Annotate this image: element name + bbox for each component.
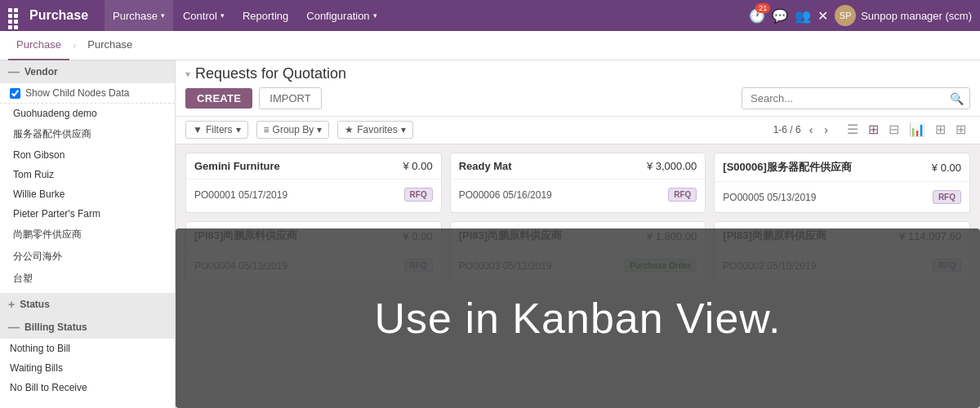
chevron-down-icon: ▾ xyxy=(236,124,241,135)
kanban-card-title: Ready Mat xyxy=(459,160,512,172)
sidebar-status-header[interactable]: + Status xyxy=(0,293,175,316)
billing-status-item[interactable]: Waiting Bills xyxy=(0,358,175,378)
breadcrumb: ▾ Requests for Quotation xyxy=(176,60,980,82)
page-prev-button[interactable]: ‹ xyxy=(806,122,817,138)
list-view-button[interactable]: ☰ xyxy=(843,120,862,139)
kanban-card-body: PO00006 05/16/2019 RFQ xyxy=(451,180,706,210)
nav-configuration[interactable]: Configuration ▾ xyxy=(298,0,385,31)
sidebar-vendor-item[interactable]: 分公司海外 xyxy=(0,246,175,268)
show-child-checkbox[interactable] xyxy=(10,88,20,99)
grid-view-button[interactable]: ⊟ xyxy=(884,120,903,139)
search-input[interactable] xyxy=(742,87,970,109)
page-next-button[interactable]: › xyxy=(821,122,831,138)
kanban-card-title: Gemini Furniture xyxy=(194,160,280,172)
billing-list: Nothing to BillWaiting BillsNo Bill to R… xyxy=(0,339,175,397)
sidebar-vendor-header[interactable]: — Vendor xyxy=(0,60,175,83)
kanban-card-title: [S00006]服务器配件供应商 xyxy=(723,160,851,175)
chat-icon[interactable]: 💬 xyxy=(772,8,788,24)
sidebar-billing-header[interactable]: — Billing Status xyxy=(0,316,175,339)
kanban-view-button[interactable]: ⊞ xyxy=(864,120,883,139)
vendor-section-label: Vendor xyxy=(24,66,58,78)
sidebar-vendor-item[interactable]: Willie Burke xyxy=(0,184,175,204)
pagination-info: 1-6 / 6 ‹ › ☰ ⊞ ⊟ 📊 ⊞ ⊞ xyxy=(773,120,970,139)
kanban-card-row: PO00006 05/16/2019 RFQ xyxy=(459,186,697,203)
secondary-nav: Purchase › Purchase xyxy=(0,31,980,60)
groupby-button[interactable]: ≡ Group By ▾ xyxy=(256,121,330,139)
minus-icon: — xyxy=(8,321,20,334)
chevron-down-icon: ▾ xyxy=(373,11,377,20)
sidebar-vendor-item[interactable]: 尚鹏零件供应商 xyxy=(0,224,175,246)
page-title: Requests for Quotation xyxy=(195,65,346,82)
filter-icon: ▼ xyxy=(193,124,203,135)
plus-icon: + xyxy=(8,298,15,311)
create-button[interactable]: CREATE xyxy=(185,88,252,109)
kanban-card-ref: PO00001 05/17/2019 xyxy=(194,189,287,201)
kanban-status-badge: RFQ xyxy=(933,190,961,204)
kanban-area: Gemini Furniture ¥ 0.00 PO00001 05/17/20… xyxy=(176,144,980,408)
import-button[interactable]: IMPORT xyxy=(259,87,321,109)
star-icon: ★ xyxy=(345,124,354,135)
nav-right: 🕐 21 💬 👥 ✕ SP Sunpop manager (scm) xyxy=(749,5,972,26)
user-label: Sunpop manager (scm) xyxy=(861,10,972,22)
kanban-card-ref: PO00006 05/16/2019 xyxy=(459,189,552,201)
search-icon: 🔍 xyxy=(950,92,964,105)
filter-bar: ▼ Filters ▾ ≡ Group By ▾ ★ Favorites ▾ 1… xyxy=(176,117,980,144)
close-icon[interactable]: ✕ xyxy=(817,8,828,24)
kanban-card-header: Gemini Furniture ¥ 0.00 xyxy=(186,153,441,180)
filters-button[interactable]: ▼ Filters ▾ xyxy=(185,121,248,139)
nav-sep: › xyxy=(73,39,76,51)
kanban-card-amount: ¥ 3,000.00 xyxy=(647,160,697,172)
nav-control[interactable]: Control ▾ xyxy=(175,0,233,31)
nav-purchase[interactable]: Purchase ▾ xyxy=(105,0,173,31)
kanban-status-badge: RFQ xyxy=(668,188,697,202)
chevron-down-icon: ▾ xyxy=(317,124,322,135)
sidebar-vendor-item[interactable]: Guohuadeng demo xyxy=(0,104,175,123)
pagination-text: 1-6 / 6 xyxy=(773,124,801,135)
kanban-card-ref: PO00005 05/13/2019 xyxy=(723,192,816,203)
kanban-card-header: Ready Mat ¥ 3,000.00 xyxy=(451,153,706,180)
billing-status-item[interactable]: Nothing to Bill xyxy=(0,339,175,358)
nav-reporting[interactable]: Reporting xyxy=(234,0,296,31)
avatar: SP xyxy=(835,5,856,26)
kanban-card-amount: ¥ 0.00 xyxy=(403,160,433,172)
billing-status-item[interactable]: No Bill to Receive xyxy=(0,378,175,397)
kanban-card-body: PO00001 05/17/2019 RFQ xyxy=(186,180,441,210)
show-child-label: Show Child Nodes Data xyxy=(25,87,129,99)
chevron-down-icon: ▾ xyxy=(220,11,225,20)
status-section-label: Status xyxy=(20,299,50,310)
sidebar-vendor-item[interactable]: Pieter Parter's Farm xyxy=(0,204,175,224)
main-layout: — Vendor Show Child Nodes Data Guohuaden… xyxy=(0,60,980,408)
sidebar-vendor-item[interactable]: 台塑 xyxy=(0,268,175,290)
nav-menu: Purchase ▾ Control ▾ Reporting Configura… xyxy=(105,0,742,31)
kanban-card[interactable]: [S00006]服务器配件供应商 ¥ 0.00 PO00005 05/13/20… xyxy=(714,153,970,213)
show-child-row[interactable]: Show Child Nodes Data xyxy=(0,83,175,104)
view-buttons: ☰ ⊞ ⊟ 📊 ⊞ ⊞ xyxy=(843,120,970,139)
sidebar: — Vendor Show Child Nodes Data Guohuaden… xyxy=(0,60,176,408)
kanban-card[interactable]: Gemini Furniture ¥ 0.00 PO00001 05/17/20… xyxy=(185,153,442,213)
collapse-icon: — xyxy=(8,65,20,78)
favorites-button[interactable]: ★ Favorites ▾ xyxy=(337,121,412,139)
vendor-list: Guohuadeng demo服务器配件供应商Ron GibsonTom Rui… xyxy=(0,104,175,290)
sec-nav-purchase[interactable]: Purchase xyxy=(8,31,69,60)
chart-view-button[interactable]: 📊 xyxy=(905,120,929,139)
breadcrumb-chevron: ▾ xyxy=(185,69,190,80)
calendar-view-button[interactable]: ⊞ xyxy=(951,120,970,139)
app-grid-icon[interactable] xyxy=(8,8,23,23)
contacts-icon[interactable]: 👥 xyxy=(795,8,811,24)
action-bar: CREATE IMPORT 🔍 xyxy=(176,82,980,117)
sidebar-vendor-item[interactable]: 服务器配件供应商 xyxy=(0,123,175,145)
kanban-card-header: [S00006]服务器配件供应商 ¥ 0.00 xyxy=(715,153,969,182)
user-menu[interactable]: SP Sunpop manager (scm) xyxy=(835,5,972,26)
kanban-card[interactable]: Ready Mat ¥ 3,000.00 PO00006 05/16/2019 … xyxy=(450,153,706,213)
list-icon: ≡ xyxy=(264,124,270,135)
chevron-down-icon: ▾ xyxy=(161,11,165,20)
kanban-card-row: PO00001 05/17/2019 RFQ xyxy=(194,186,433,203)
kanban-card-body: PO00005 05/13/2019 RFQ xyxy=(715,182,969,212)
sec-nav-purchase2[interactable]: Purchase xyxy=(79,31,140,60)
search-input-wrap: 🔍 xyxy=(742,87,970,109)
sidebar-vendor-item[interactable]: Tom Ruiz xyxy=(0,165,175,184)
clock-icon[interactable]: 🕐 21 xyxy=(749,8,765,24)
kanban-card-amount: ¥ 0.00 xyxy=(932,162,961,174)
sidebar-vendor-item[interactable]: Ron Gibson xyxy=(0,145,175,165)
pivot-view-button[interactable]: ⊞ xyxy=(931,120,950,139)
